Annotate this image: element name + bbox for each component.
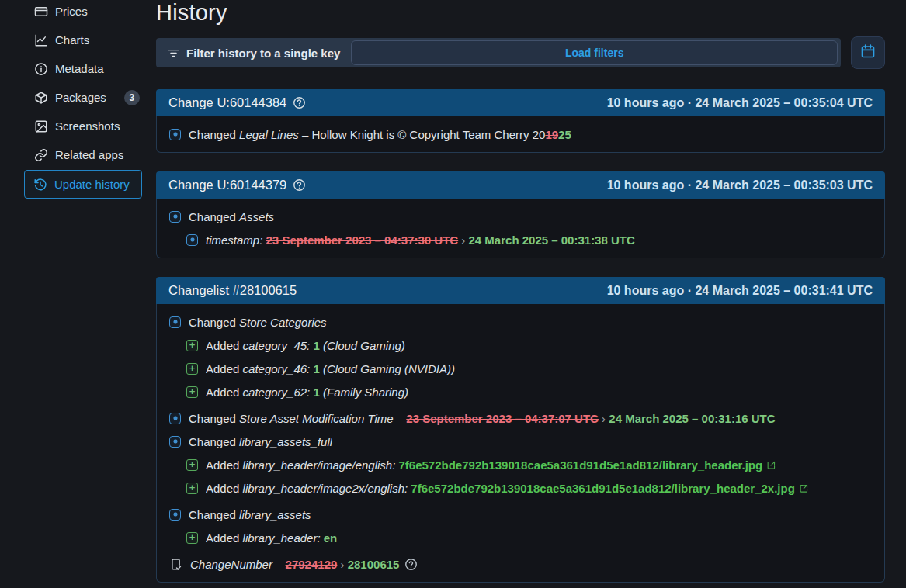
help-icon[interactable] <box>293 178 306 192</box>
change-row: Added category_45: 1 (Cloud Gaming) <box>169 334 872 357</box>
sidebar-item-metadata[interactable]: Metadata <box>23 54 144 83</box>
text-segment: 23 September 2023 – 04:37:07 UTC <box>406 412 599 425</box>
text-segment <box>395 458 398 472</box>
asset-link[interactable]: 7f6e572bde792b139018cae5a361d91d5e1ad812… <box>399 458 763 472</box>
count-badge: 3 <box>124 90 140 105</box>
change-row: Changed Assets <box>169 205 872 228</box>
text-segment: library_header/image2x/english: <box>243 482 408 495</box>
added-icon <box>186 459 198 471</box>
modified-icon <box>169 436 181 448</box>
card-title: Change U:60144384 <box>168 95 306 110</box>
text-segment: Store Asset Modification Time <box>239 412 394 425</box>
text-segment: 24 March 2025 – 00:31:38 UTC <box>469 233 635 247</box>
added-icon <box>186 363 198 375</box>
sidebar-item-label: Screenshots <box>55 119 120 133</box>
text-segment: 1 <box>313 362 319 375</box>
text-segment: (Cloud Gaming) <box>323 339 405 352</box>
text-segment: 28100615 <box>348 558 400 571</box>
info-icon <box>34 62 48 76</box>
sidebar: PricesChartsMetadataPackages3Screenshots… <box>0 0 144 588</box>
text-segment: 25 <box>558 128 571 141</box>
change-row: Added category_46: 1 (Cloud Gaming (NVID… <box>169 357 872 380</box>
filter-bar: Filter history to a single key Load filt… <box>156 38 841 67</box>
sidebar-item-packages[interactable]: Packages3 <box>23 83 144 112</box>
text-segment: (Family Sharing) <box>323 386 408 399</box>
text-segment: – <box>394 412 407 425</box>
calendar-button[interactable] <box>851 36 885 69</box>
filter-key-input[interactable]: Load filters <box>351 40 838 65</box>
sidebar-item-related-apps[interactable]: Related apps <box>23 140 144 169</box>
added-icon <box>186 483 198 494</box>
text-segment: Added <box>206 531 243 545</box>
text-segment: › <box>458 233 468 247</box>
text-segment: (Cloud Gaming (NVIDIA)) <box>323 362 455 375</box>
added-icon <box>186 386 198 398</box>
change-row: ChangeNumber – 27924129 › 28100615 <box>169 552 872 576</box>
sidebar-nav: PricesChartsMetadataPackages3Screenshots… <box>23 0 144 169</box>
filter-row: Filter history to a single key Load filt… <box>156 36 885 69</box>
change-text: Changed Assets <box>189 210 274 223</box>
text-segment: Added <box>206 339 243 352</box>
modified-icon <box>169 316 181 328</box>
text-segment: – <box>272 558 286 571</box>
card-title: Change U:60144379 <box>168 178 306 192</box>
text-segment: 1 <box>313 339 319 352</box>
card-timestamp: 10 hours ago · 24 March 2025 – 00:31:41 … <box>607 284 873 298</box>
main-content: History Filter history to a single key L… <box>144 0 906 588</box>
change-row: Added category_62: 1 (Family Sharing) <box>169 380 872 403</box>
change-text: Changed Legal Lines – Hollow Knight is ©… <box>189 128 571 141</box>
change-text: Added library_header: en <box>206 531 337 545</box>
external-link-icon[interactable] <box>799 483 809 493</box>
change-text: Added library_header/image2x/english: 7f… <box>206 482 809 495</box>
page-title: History <box>156 0 885 26</box>
load-filters-button[interactable]: Load filters <box>565 47 623 59</box>
sidebar-item-label: Related apps <box>55 148 123 161</box>
text-segment: › <box>337 558 347 571</box>
history-list: Change U:6014438410 hours ago · 24 March… <box>156 89 885 583</box>
sidebar-item-update-history[interactable]: Update history <box>24 170 142 199</box>
change-text: timestamp: 23 September 2023 – 04:37:30 … <box>206 233 635 247</box>
external-link-icon[interactable] <box>766 460 776 470</box>
link-icon <box>34 148 48 162</box>
text-segment: library_assets <box>239 508 311 521</box>
sidebar-item-label: Metadata <box>55 62 104 75</box>
text-segment: Store Categories <box>239 316 327 329</box>
help-icon[interactable] <box>293 96 306 109</box>
change-text: ChangeNumber – 27924129 › 28100615 <box>190 558 418 571</box>
change-card: Changelist #2810061510 hours ago · 24 Ma… <box>156 277 885 583</box>
text-segment: Added <box>206 386 243 399</box>
change-text: Changed Store Asset Modification Time – … <box>189 412 776 425</box>
filter-label: Filter history to a single key <box>167 47 340 60</box>
text-segment: library_header: <box>243 531 321 545</box>
change-row: Changed library_assets_full <box>169 430 872 453</box>
card-header: Changelist #2810061510 hours ago · 24 Ma… <box>156 277 885 304</box>
filter-icon <box>167 47 180 60</box>
modified-icon <box>169 129 181 140</box>
text-segment: 27924129 <box>286 558 338 571</box>
text-segment: category_46: <box>243 362 311 375</box>
sidebar-item-screenshots[interactable]: Screenshots <box>23 112 144 140</box>
credit-card-icon <box>34 5 48 19</box>
modified-icon <box>169 211 181 223</box>
sidebar-item-charts[interactable]: Charts <box>23 26 144 54</box>
text-segment: Changed <box>189 508 239 521</box>
help-icon[interactable] <box>404 558 418 571</box>
change-text: Added category_46: 1 (Cloud Gaming (NVID… <box>206 362 455 375</box>
history-icon <box>33 178 47 192</box>
added-icon <box>186 532 198 544</box>
change-text: Added library_header/image/english: 7f6e… <box>206 458 776 472</box>
sidebar-item-prices[interactable]: Prices <box>23 0 144 26</box>
line-chart-icon <box>34 33 48 47</box>
card-body: Changed Legal Lines – Hollow Knight is ©… <box>156 116 885 153</box>
text-segment: Changed <box>189 316 239 329</box>
change-row: Added library_header: en <box>169 526 872 549</box>
modified-icon <box>186 234 198 246</box>
change-row: Changed Store Asset Modification Time – … <box>169 406 872 430</box>
change-text: Changed Store Categories <box>189 316 327 329</box>
card-body: Changed Store CategoriesAdded category_4… <box>156 304 885 583</box>
text-segment: 24 March 2025 – 00:31:16 UTC <box>609 412 775 425</box>
text-segment: timestamp: <box>206 233 266 247</box>
text-segment: 23 September 2023 – 04:37:30 UTC <box>266 233 459 247</box>
asset-link[interactable]: 7f6e572bde792b139018cae5a361d91d5e1ad812… <box>411 482 795 495</box>
text-segment: ChangeNumber <box>190 558 272 571</box>
